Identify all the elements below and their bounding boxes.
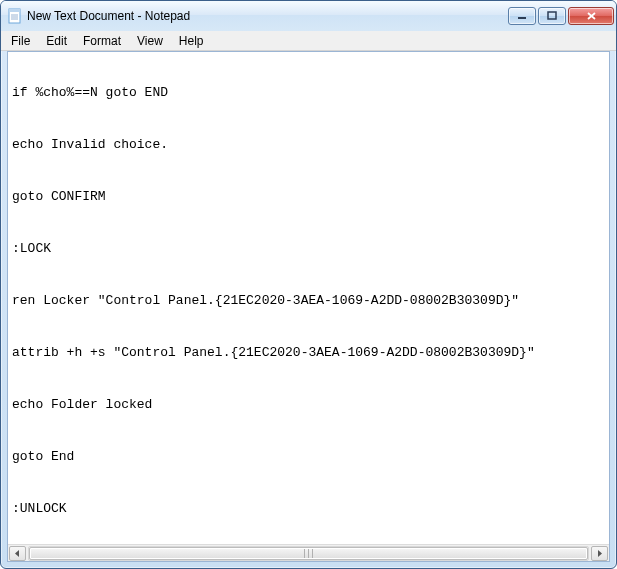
scroll-track[interactable] (28, 546, 589, 561)
client-area: if %cho%==N goto END echo Invalid choice… (7, 51, 610, 562)
svg-marker-10 (598, 550, 602, 557)
horizontal-scrollbar[interactable] (8, 544, 609, 561)
window-controls (508, 7, 614, 25)
svg-rect-6 (548, 12, 556, 19)
menu-edit[interactable]: Edit (38, 33, 75, 49)
maximize-button[interactable] (538, 7, 566, 25)
code-line: echo Invalid choice. (12, 132, 605, 158)
menu-format[interactable]: Format (75, 33, 129, 49)
menu-view[interactable]: View (129, 33, 171, 49)
menu-file[interactable]: File (3, 33, 38, 49)
scroll-right-button[interactable] (591, 546, 608, 561)
notepad-window: New Text Document - Notepad File Edit Fo… (0, 0, 617, 569)
text-editor[interactable]: if %cho%==N goto END echo Invalid choice… (8, 52, 609, 544)
svg-marker-9 (15, 550, 19, 557)
menubar: File Edit Format View Help (1, 31, 616, 51)
code-line: attrib +h +s "Control Panel.{21EC2020-3A… (12, 340, 605, 366)
code-line: echo Folder locked (12, 392, 605, 418)
maximize-icon (547, 11, 557, 21)
notepad-icon (7, 8, 23, 24)
titlebar[interactable]: New Text Document - Notepad (1, 1, 616, 31)
minimize-icon (517, 11, 527, 21)
code-line: goto CONFIRM (12, 184, 605, 210)
code-line: goto End (12, 444, 605, 470)
chevron-right-icon (596, 550, 603, 557)
chevron-left-icon (14, 550, 21, 557)
window-title: New Text Document - Notepad (27, 9, 508, 23)
menu-help[interactable]: Help (171, 33, 212, 49)
scroll-thumb[interactable] (29, 547, 588, 560)
code-line: :LOCK (12, 236, 605, 262)
grip-icon (304, 549, 313, 558)
scroll-left-button[interactable] (9, 546, 26, 561)
code-line: if %cho%==N goto END (12, 80, 605, 106)
close-icon (586, 11, 597, 21)
svg-rect-5 (518, 17, 526, 19)
code-line: :UNLOCK (12, 496, 605, 522)
code-line: ren Locker "Control Panel.{21EC2020-3AEA… (12, 288, 605, 314)
close-button[interactable] (568, 7, 614, 25)
minimize-button[interactable] (508, 7, 536, 25)
svg-rect-1 (9, 9, 20, 12)
